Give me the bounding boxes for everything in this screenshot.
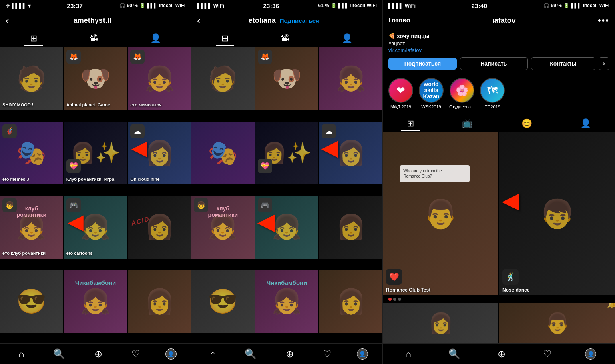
right-tab-grid[interactable]: ⊞ — [401, 116, 420, 131]
romance-test-icon: ❤️ — [386, 269, 402, 285]
on-cloud-nine-icon: ☁ — [130, 124, 145, 138]
mid-likes-button[interactable]: ♡ — [319, 347, 336, 361]
right-tabs-row: ⊞ 📺 😊 👤 — [383, 115, 615, 132]
right-status-right: 🎧 59 % 🔋 ▌▌▌ lifecell WiFi — [543, 3, 609, 8]
grid-cell-klub-igra[interactable]: 👩✨ 💝 Клуб романтики. Игра — [64, 122, 127, 185]
cell-label-shiny-mood: SHINY MOOD ! — [2, 102, 33, 108]
mid-icon-6: ☁ — [322, 124, 336, 138]
mid-cell-6[interactable]: 👩 ☁ ◀ — [319, 122, 382, 185]
grid-cell-on-cloud-nine[interactable]: 👩 ☁ ◀ On cloud nine — [128, 122, 191, 185]
headphones-icon: 🎧 — [119, 3, 125, 8]
grid-cell-animal-planet[interactable]: 🐶 🦊 Animal planet. Game — [64, 47, 127, 110]
mid-carrier: lifecell — [350, 3, 365, 8]
mid-cell-8[interactable]: 👧 ◀ 🎮 — [255, 196, 319, 259]
right-likes-button[interactable]: ♡ — [539, 347, 556, 361]
left-tab-tagged[interactable]: 👤 — [145, 31, 167, 46]
bio-link[interactable]: vk.com/iafatov — [388, 47, 609, 53]
right-bottom-grid: 👩 👨 🔔 — [383, 303, 615, 343]
highlight-tc2019[interactable]: 🗺 ТС2019 — [480, 78, 505, 109]
mid-tabs-row: ⊞ 📽 👤 — [191, 30, 382, 47]
grid-cell-row3-3[interactable]: 👧 Чикибамбони — [64, 270, 127, 333]
right-more-button[interactable]: ••• — [598, 15, 609, 26]
bio-pizza-icon: 🍕 — [388, 33, 395, 39]
mid-back-button[interactable]: ‹ — [197, 14, 201, 27]
highlight-wsk2019[interactable]: worldskillsKazan WSK2019 — [419, 78, 444, 109]
grid-cell-eto-cartoons[interactable]: 👧 ◀ 🎮 eto cartoons — [64, 196, 127, 259]
left-search-button[interactable]: 🔍 — [49, 347, 69, 361]
right-profile-button[interactable]: 👤 — [585, 348, 596, 360]
left-tab-grid[interactable]: ⊞ — [24, 31, 43, 46]
grid-cell-eto-mimozyrya[interactable]: 👧 🦊 ето мимозыря — [128, 47, 191, 110]
right-add-button[interactable]: ⊕ — [494, 347, 510, 361]
right-home-button[interactable]: ⌂ — [402, 347, 416, 361]
subscribe-button[interactable]: Подписаться — [388, 58, 457, 70]
cell-label-klub-igra: Клуб романтики. Игра — [66, 176, 114, 182]
right-cell-nose-dance[interactable]: 👦 ◀ 🕺 Nose dance — [499, 132, 615, 295]
mid-tab-tagged[interactable]: 👤 — [336, 31, 358, 46]
mid-icon-5: 💝 — [258, 159, 272, 173]
right-label-nose-dance: Nose dance — [502, 287, 529, 293]
carrier-left: lifecell — [159, 3, 173, 8]
more-actions-button[interactable]: › — [599, 57, 609, 70]
left-profile-button[interactable]: 👤 — [165, 348, 177, 360]
mid-home-button[interactable]: ⌂ — [206, 347, 220, 361]
right-cell-romance-test[interactable]: 👨 Who are you from theRomance Club? ❤️ R… — [383, 132, 498, 295]
highlight-label-tc: ТС2019 — [485, 104, 500, 109]
right-tab-tv[interactable]: 📺 — [456, 116, 478, 131]
mid-cell-7[interactable]: 👧 клуб романтики 👦 — [191, 196, 255, 259]
right-search-button[interactable]: 🔍 — [444, 347, 464, 361]
mid-cell-12[interactable]: 👩 — [319, 270, 382, 333]
mid-cell-2[interactable]: 🐶 🦊 — [255, 47, 319, 110]
right-tab-tagged[interactable]: 👤 — [575, 116, 597, 131]
right-done-button[interactable]: Готово — [388, 17, 410, 24]
mid-cell-5[interactable]: 👩✨ 💝 — [255, 122, 319, 185]
mid-cell-4[interactable]: 🎭 — [191, 122, 255, 185]
cell-label-eto-mimozyrya: ето мимозыря — [130, 102, 161, 108]
highlight-label-stud: Студвесна... — [449, 104, 474, 109]
mid-tab-grid[interactable]: ⊞ — [216, 31, 234, 46]
mid-tab-reels[interactable]: 📽 — [275, 31, 295, 46]
left-add-button[interactable]: ⊕ — [90, 347, 107, 361]
grid-cell-shiny-mood[interactable]: 🧑 SHINY MOOD ! — [0, 47, 63, 110]
mid-signal2-icon: ▌▌▌ — [338, 3, 349, 8]
left-back-button[interactable]: ‹ — [6, 14, 9, 27]
message-button[interactable]: Написать — [460, 57, 528, 70]
mid-subscribe-button[interactable]: Подписаться — [280, 17, 319, 24]
mid-add-button[interactable]: ⊕ — [282, 347, 298, 361]
left-status-left: ✈ ▌▌▌▌ ▾ — [6, 3, 31, 9]
highlight-studvesna[interactable]: 🌸 Студвесна... — [449, 78, 474, 109]
highlight-mfd2019[interactable]: ❤ МФД 2019 — [388, 78, 413, 109]
eto-klub-icon: 👦 — [2, 198, 17, 212]
right-wifi2-icon: WiFi — [599, 3, 609, 8]
mid-search-button[interactable]: 🔍 — [241, 347, 261, 361]
right-bottom-cell-1[interactable]: 👩 — [383, 303, 498, 343]
right-bottom-cell-2[interactable]: 👨 🔔 — [499, 303, 615, 343]
mid-cell-9[interactable]: 👩 — [319, 196, 382, 259]
grid-cell-row3-2[interactable]: 😎 — [0, 270, 63, 333]
mid-cell-10[interactable]: 😎 — [191, 270, 255, 333]
grid-cell-row3-1[interactable]: 👩 ACID — [128, 196, 191, 259]
mid-cell-3[interactable]: 👧 — [319, 47, 382, 110]
grid-cell-row3-4[interactable]: 👩 — [128, 270, 191, 333]
left-home-button[interactable]: ⌂ — [14, 347, 28, 361]
grid-cell-eto-klub[interactable]: 👧 клуб романтики 👦 ето клуб романтики — [0, 196, 63, 259]
mid-cell-11[interactable]: 👧 Чикибамбони — [255, 270, 319, 333]
contacts-button[interactable]: Контакты — [531, 57, 595, 70]
eto-mimozyrya-icon: 🦊 — [130, 50, 145, 64]
right-time: 23:40 — [471, 2, 487, 9]
mid-time: 23:36 — [263, 2, 279, 9]
mid-profile-title: etoliana — [249, 16, 276, 25]
right-tab-reels[interactable]: 😊 — [516, 116, 538, 131]
left-status-bar: ✈ ▌▌▌▌ ▾ 23:37 🎧 60 % 🔋 ▌▌▌ lifecell WiF… — [0, 0, 191, 11]
left-tab-reels[interactable]: 📽 — [84, 31, 104, 46]
grid-cell-eto-memes3[interactable]: 🎭 🦸 eto memes 3 — [0, 122, 63, 185]
mid-profile-button[interactable]: 👤 — [357, 348, 368, 360]
signal-bars-icon: ▌▌▌▌ — [12, 3, 26, 9]
left-profile-title: amethyst.ll — [74, 16, 111, 25]
battery-icon: 🔋 — [139, 3, 145, 8]
mid-panel: ▌▌▌▌ WiFi 23:36 61 % 🔋 ▌▌▌ lifecell WiFi… — [191, 0, 383, 364]
left-likes-button[interactable]: ♡ — [127, 347, 144, 361]
mid-signal-icon: ▌▌▌▌ — [197, 3, 212, 9]
mid-cell-1[interactable]: 🧑 — [191, 47, 255, 110]
left-top-nav: ‹ amethyst.ll — [0, 11, 191, 30]
